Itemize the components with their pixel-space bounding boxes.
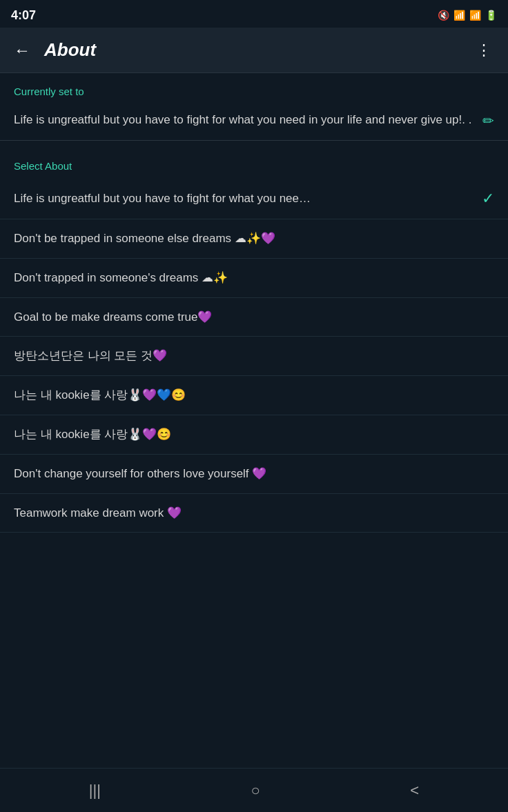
- select-about-label: Select About: [0, 148, 508, 179]
- status-bar: 4:07 🔇 📶 📶 🔋: [0, 0, 508, 28]
- list-item[interactable]: 방탄소년단은 나의 모든 것💜: [0, 337, 508, 376]
- back-nav-button[interactable]: <: [399, 779, 430, 802]
- home-button[interactable]: ○: [240, 779, 271, 802]
- bottom-nav: ||| ○ <: [0, 768, 508, 812]
- current-about-row: Life is ungreatful but you have to fight…: [0, 104, 508, 141]
- about-item-text: Don't trapped in someone's dreams ☁✨: [14, 270, 494, 286]
- list-item[interactable]: Don't be trapped in someone else dreams …: [0, 219, 508, 259]
- list-item[interactable]: Teamwork make dream work 💜: [0, 494, 508, 533]
- select-about-section: Select About Life is ungreatful but you …: [0, 141, 508, 533]
- edit-icon[interactable]: ✏: [482, 112, 494, 129]
- about-item-text: Goal to be make dreams come true💜: [14, 309, 494, 326]
- currently-set-section: Currently set to Life is ungreatful but …: [0, 73, 508, 141]
- currently-set-label: Currently set to: [0, 73, 508, 104]
- content-area: Currently set to Life is ungreatful but …: [0, 73, 508, 768]
- wifi-icon: 📶: [453, 10, 465, 21]
- battery-icon: 🔋: [485, 10, 497, 21]
- status-time: 4:07: [11, 8, 36, 23]
- about-item-text: 나는 내 kookie를 사랑🐰💜😊: [14, 426, 494, 443]
- signal-icon: 📶: [469, 10, 481, 21]
- list-item[interactable]: Goal to be make dreams come true💜: [0, 298, 508, 337]
- recent-apps-button[interactable]: |||: [78, 779, 112, 802]
- about-item-text: Teamwork make dream work 💜: [14, 505, 494, 522]
- selected-check-icon: ✓: [482, 190, 494, 208]
- list-item[interactable]: Don't change yourself for others love yo…: [0, 455, 508, 494]
- status-icons: 🔇 📶 📶 🔋: [438, 10, 497, 21]
- about-item-text: 나는 내 kookie를 사랑🐰💜💙😊: [14, 387, 494, 404]
- back-button[interactable]: ←: [11, 38, 33, 63]
- top-bar: ← About ⋮: [0, 28, 508, 73]
- about-item-text: Don't change yourself for others love yo…: [14, 466, 494, 482]
- list-item[interactable]: Life is ungreatful but you have to fight…: [0, 179, 508, 219]
- list-item[interactable]: Don't trapped in someone's dreams ☁✨: [0, 259, 508, 298]
- about-item-text: Life is ungreatful but you have to fight…: [14, 190, 475, 207]
- current-about-text: Life is ungreatful but you have to fight…: [14, 111, 474, 129]
- about-item-text: Don't be trapped in someone else dreams …: [14, 230, 494, 247]
- page-title: About: [44, 39, 471, 61]
- about-item-text: 방탄소년단은 나의 모든 것💜: [14, 348, 494, 364]
- list-item[interactable]: 나는 내 kookie를 사랑🐰💜💙😊: [0, 376, 508, 415]
- more-options-button[interactable]: ⋮: [471, 39, 497, 62]
- about-items-list: Life is ungreatful but you have to fight…: [0, 179, 508, 533]
- list-item[interactable]: 나는 내 kookie를 사랑🐰💜😊: [0, 415, 508, 455]
- mute-icon: 🔇: [438, 10, 449, 21]
